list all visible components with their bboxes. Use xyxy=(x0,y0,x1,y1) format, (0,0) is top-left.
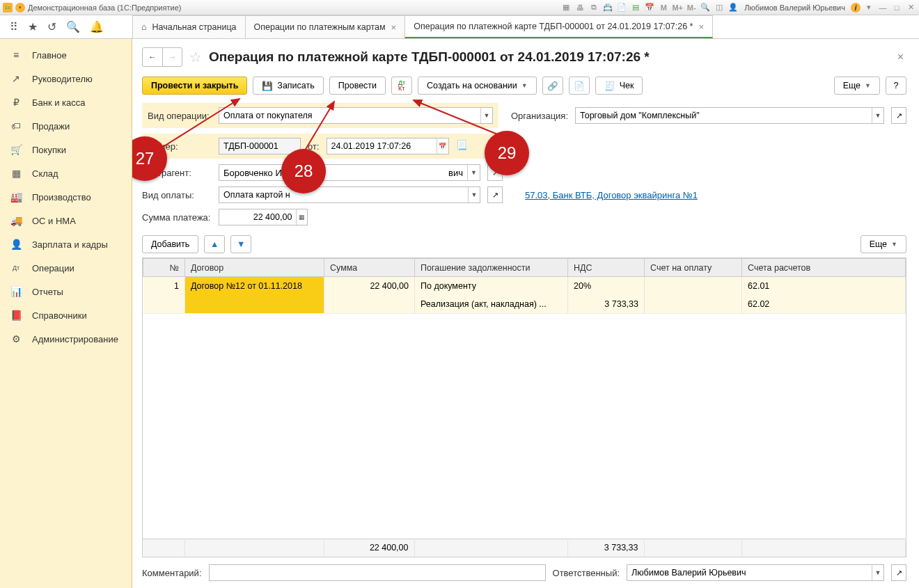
cell[interactable]: 1 xyxy=(143,277,185,295)
col-number[interactable]: № xyxy=(143,259,185,277)
create-based-button[interactable]: Создать на основании▼ xyxy=(418,77,537,95)
document-button[interactable]: 📄 xyxy=(569,77,590,95)
cell[interactable] xyxy=(645,277,742,295)
sidebar-item-admin[interactable]: ⚙Администрирование xyxy=(0,327,132,351)
forward-button[interactable]: → xyxy=(162,48,182,66)
help-button[interactable]: ? xyxy=(886,77,906,95)
org-input[interactable] xyxy=(576,108,872,123)
dropdown-icon[interactable]: ▼ xyxy=(872,108,883,123)
tab-operation-doc[interactable]: Операция по платежной карте ТДБП-000001 … xyxy=(404,15,713,38)
cell[interactable]: 20% xyxy=(568,277,645,295)
table-row[interactable]: Реализация (акт, накладная) ... 3 733,33… xyxy=(143,295,906,313)
close-page-icon[interactable]: × xyxy=(895,48,906,66)
doc-icon[interactable]: 📄 xyxy=(616,2,627,13)
sidebar-item-production[interactable]: 🏭Производство xyxy=(0,185,132,209)
post-and-close-button[interactable]: Провести и закрыть xyxy=(142,77,247,95)
cell[interactable]: 22 400,00 xyxy=(324,277,415,295)
maximize-icon[interactable]: □ xyxy=(891,2,902,13)
move-down-button[interactable]: ▼ xyxy=(230,235,251,253)
copy-icon[interactable]: ⧉ xyxy=(588,2,599,13)
calendar-icon[interactable]: 📅 xyxy=(437,138,448,154)
sidebar-item-main[interactable]: ≡Главное xyxy=(0,43,132,67)
back-button[interactable]: ← xyxy=(143,48,162,66)
sidebar-item-operations[interactable]: ДтОперации xyxy=(0,256,132,280)
panel-icon[interactable]: ◫ xyxy=(714,2,725,13)
calc-icon[interactable]: 📇 xyxy=(602,2,613,13)
sidebar-item-bank[interactable]: ₽Банк и касса xyxy=(0,90,132,114)
user-name[interactable]: Любимов Валерий Юрьевич xyxy=(741,3,848,12)
col-invoice[interactable]: Счет на оплату xyxy=(645,259,742,277)
m-minus-button[interactable]: M- xyxy=(686,2,697,13)
add-row-button[interactable]: Добавить xyxy=(142,235,198,253)
table-row[interactable]: 1 Договор №12 от 01.11.2018 22 400,00 По… xyxy=(143,277,906,295)
cell[interactable]: 3 733,33 xyxy=(568,295,645,313)
bell-icon[interactable]: 🔔 xyxy=(90,20,104,33)
cell[interactable] xyxy=(185,295,324,313)
dropdown-icon[interactable]: ▾ xyxy=(863,2,874,13)
table-icon[interactable]: ▤ xyxy=(630,2,641,13)
responsible-input[interactable] xyxy=(627,565,872,580)
cell[interactable]: По документу xyxy=(415,277,568,295)
save-button[interactable]: 💾Записать xyxy=(253,77,323,95)
cell[interactable]: Реализация (акт, накладная) ... xyxy=(415,295,568,313)
tab-home[interactable]: ⌂ Начальная страница xyxy=(132,15,246,38)
sidebar-item-purchases[interactable]: 🛒Покупки xyxy=(0,138,132,161)
app-menu-dropdown[interactable]: ▾ xyxy=(15,3,25,13)
cell[interactable] xyxy=(143,295,185,313)
responsible-field[interactable]: ▼ xyxy=(627,564,884,581)
cell[interactable] xyxy=(645,295,742,313)
apps-icon[interactable]: ⠿ xyxy=(10,20,18,33)
cell[interactable]: 62.01 xyxy=(742,277,906,295)
col-accounts[interactable]: Счета расчетов xyxy=(742,259,906,277)
payment-link[interactable]: 57.03, Банк ВТБ, Договор эквайринга №1 xyxy=(525,190,698,200)
cell[interactable]: 62.02 xyxy=(742,295,906,313)
op-type-input[interactable] xyxy=(219,108,480,123)
sidebar-item-sales[interactable]: 🏷Продажи xyxy=(0,114,132,138)
col-sum[interactable]: Сумма xyxy=(324,259,415,277)
star-icon[interactable]: ☆ xyxy=(189,49,202,65)
grid-icon[interactable]: ▦ xyxy=(560,2,572,13)
table-more-button[interactable]: Еще▼ xyxy=(861,235,906,253)
sidebar-item-catalogs[interactable]: 📕Справочники xyxy=(0,303,132,327)
dropdown-icon[interactable]: ▼ xyxy=(480,108,492,123)
date-field[interactable]: 📅 xyxy=(327,138,449,154)
sidebar-item-hr[interactable]: 👤Зарплата и кадры xyxy=(0,232,132,256)
paytype-input[interactable] xyxy=(219,187,468,202)
org-field[interactable]: ▼ xyxy=(575,107,884,124)
dropdown-icon[interactable]: ▼ xyxy=(468,187,480,202)
sidebar-item-warehouse[interactable]: ▦Склад xyxy=(0,161,132,185)
date-input[interactable] xyxy=(327,138,437,154)
dropdown-icon[interactable]: ▼ xyxy=(467,165,480,180)
calc-icon[interactable]: ▦ xyxy=(296,209,307,225)
minimize-icon[interactable]: — xyxy=(877,2,888,13)
col-contract[interactable]: Договор xyxy=(185,259,324,277)
sidebar-item-manager[interactable]: ↗Руководителю xyxy=(0,67,132,90)
comment-input[interactable] xyxy=(210,565,545,580)
sidebar-item-reports[interactable]: 📊Отчеты xyxy=(0,280,132,303)
open-button[interactable]: ↗ xyxy=(891,564,906,581)
agent-field[interactable]: Боровченко И вич ▼ xyxy=(219,164,480,181)
paytype-field[interactable]: ▼ xyxy=(219,186,480,203)
dropdown-icon[interactable]: ▼ xyxy=(872,565,883,580)
close-icon[interactable]: × xyxy=(391,22,397,33)
info-icon[interactable]: i xyxy=(851,3,861,13)
open-button[interactable]: ↗ xyxy=(891,107,906,124)
m-button[interactable]: M xyxy=(658,2,669,13)
search-icon[interactable]: 🔍 xyxy=(66,20,80,33)
move-up-button[interactable]: ▲ xyxy=(204,235,225,253)
print-icon[interactable]: 🖶 xyxy=(574,2,586,13)
sidebar-item-assets[interactable]: 🚚ОС и НМА xyxy=(0,209,132,232)
history-icon[interactable]: ↺ xyxy=(47,20,56,33)
comment-field[interactable] xyxy=(209,564,546,581)
cell-contract[interactable]: Договор №12 от 01.11.2018 xyxy=(185,277,324,295)
more-button[interactable]: Еще▼ xyxy=(834,77,880,95)
receipt-button[interactable]: 🧾Чек xyxy=(595,77,643,95)
m-plus-button[interactable]: M+ xyxy=(672,2,683,13)
tab-operations-list[interactable]: Операции по платежным картам × xyxy=(245,15,406,38)
col-vat[interactable]: НДС xyxy=(568,259,645,277)
postings-button[interactable]: ДтКт xyxy=(391,77,412,95)
op-type-field[interactable]: ▼ xyxy=(219,107,493,124)
structure-button[interactable]: 🔗 xyxy=(542,77,563,95)
post-button[interactable]: Провести xyxy=(329,77,386,95)
open-button[interactable]: ↗ xyxy=(487,186,503,203)
